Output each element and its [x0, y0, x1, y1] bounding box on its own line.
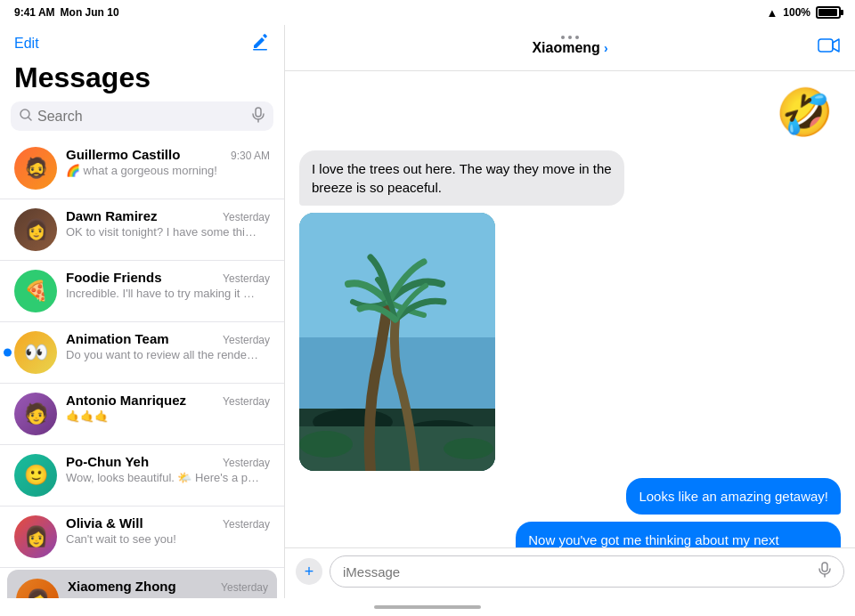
- conv-name-animation: Animation Team: [66, 331, 169, 346]
- home-bar: [374, 605, 481, 609]
- conv-content-animation: Animation Team Yesterday Do you want to …: [66, 331, 270, 361]
- conv-content-guillermo: Guillermo Castillo 9:30 AM 🌈 what a gorg…: [66, 147, 270, 177]
- conv-content-pochun: Po-Chun Yeh Yesterday Wow, looks beautif…: [66, 454, 270, 484]
- conv-preview-antonio: 🤙🤙🤙: [66, 409, 262, 423]
- search-bar[interactable]: [11, 101, 273, 131]
- image-message[interactable]: [299, 213, 495, 471]
- search-input[interactable]: [37, 109, 247, 125]
- status-time: 9:41 AM Mon Jun 10: [14, 6, 119, 19]
- conv-preview-guillermo: 🌈 what a gorgeous morning!: [66, 164, 262, 177]
- sidebar-title: Messages: [0, 58, 284, 101]
- conversation-item-foodie[interactable]: 🍕 Foodie Friends Yesterday Incredible. I…: [0, 261, 284, 322]
- svg-rect-0: [253, 49, 267, 51]
- mic-input-button[interactable]: [818, 562, 831, 581]
- conv-time-antonio: Yesterday: [223, 395, 270, 408]
- wifi-icon: ▲: [766, 6, 778, 20]
- contact-name-text: Xiaomeng: [532, 40, 599, 56]
- conversation-item-olivia[interactable]: 👩 Olivia & Will Yesterday Can't wait to …: [0, 507, 284, 568]
- avatar-guillermo: 🧔: [14, 147, 57, 190]
- svg-rect-3: [256, 108, 261, 117]
- compose-button[interactable]: [250, 32, 270, 54]
- conv-time-xiaomeng: Yesterday: [221, 581, 268, 594]
- search-icon: [20, 109, 32, 124]
- avatar-animation: 👀: [14, 331, 57, 374]
- message-row-image: [299, 213, 841, 471]
- sidebar-header: Edit: [0, 25, 284, 58]
- message-row-outgoing-1: Looks like an amazing getaway!: [299, 478, 841, 515]
- conv-preview-pochun: Wow, looks beautiful. 🌤️ Here's a photo …: [66, 471, 262, 484]
- chat-contact-name[interactable]: Xiaomeng ›: [532, 40, 607, 56]
- conv-preview-xiaomeng: Now you've got me thinking about my next…: [68, 596, 264, 598]
- conv-name-xiaomeng: Xiaomeng Zhong: [68, 579, 176, 594]
- conversation-item-animation[interactable]: 👀 Animation Team Yesterday Do you want t…: [0, 322, 284, 384]
- conversation-item-antonio[interactable]: 🧑 Antonio Manriquez Yesterday 🤙🤙🤙: [0, 384, 284, 445]
- conv-name-antonio: Antonio Manriquez: [66, 393, 186, 408]
- conv-time-dawn: Yesterday: [223, 211, 270, 223]
- svg-rect-14: [822, 563, 827, 571]
- chat-header: Xiaomeng ›: [285, 25, 855, 71]
- edit-button[interactable]: Edit: [14, 36, 39, 52]
- avatar-foodie: 🍕: [14, 270, 57, 312]
- conv-content-antonio: Antonio Manriquez Yesterday 🤙🤙🤙: [66, 393, 270, 423]
- conv-time-pochun: Yesterday: [223, 457, 270, 469]
- battery-icon: [816, 6, 841, 19]
- conv-preview-animation: Do you want to review all the renders to…: [66, 348, 262, 361]
- conv-content-dawn: Dawn Ramirez Yesterday OK to visit tonig…: [66, 208, 270, 239]
- message-input[interactable]: [343, 564, 818, 580]
- svg-rect-5: [818, 39, 833, 52]
- avatar-antonio: 🧑: [14, 393, 57, 435]
- message-input-wrap: [330, 555, 844, 588]
- conv-time-animation: Yesterday: [223, 334, 270, 346]
- conv-name-guillermo: Guillermo Castillo: [66, 147, 180, 162]
- conversation-item-guillermo[interactable]: 🧔 Guillermo Castillo 9:30 AM 🌈 what a go…: [0, 138, 284, 199]
- emoji-reaction: 🤣: [776, 85, 834, 140]
- conversation-item-dawn[interactable]: 👩 Dawn Ramirez Yesterday OK to visit ton…: [0, 199, 284, 261]
- status-bar: 9:41 AM Mon Jun 10 ▲ 100%: [0, 0, 855, 25]
- photo-placeholder: [299, 213, 495, 471]
- header-dots: [561, 36, 579, 39]
- conv-name-pochun: Po-Chun Yeh: [66, 454, 149, 469]
- avatar-pochun: 🙂: [14, 454, 57, 497]
- sidebar: Edit Messages: [0, 25, 285, 598]
- add-icon: +: [305, 563, 314, 581]
- battery-percent: 100%: [783, 6, 810, 19]
- mic-icon: [252, 107, 265, 126]
- chat-input-area: +: [285, 547, 855, 598]
- conv-name-dawn: Dawn Ramirez: [66, 208, 158, 223]
- palm-tree-svg: [299, 213, 495, 471]
- video-call-button[interactable]: [818, 37, 841, 58]
- home-indicator: [0, 598, 855, 616]
- message-row: I love the trees out here. The way they …: [299, 150, 841, 206]
- message-row-outgoing-2: Now you've got me thinking about my next…: [299, 522, 841, 547]
- chat-messages: 🤣 I love the trees out here. The way the…: [285, 71, 855, 547]
- conv-time-olivia: Yesterday: [223, 518, 270, 531]
- conv-preview-olivia: Can't wait to see you!: [66, 532, 262, 546]
- conversation-item-pochun[interactable]: 🙂 Po-Chun Yeh Yesterday Wow, looks beaut…: [0, 445, 284, 507]
- conv-content-xiaomeng: Xiaomeng Zhong Yesterday Now you've got …: [68, 579, 268, 598]
- conv-preview-dawn: OK to visit tonight? I have some things …: [66, 225, 262, 239]
- status-indicators: ▲ 100%: [766, 6, 841, 20]
- conv-preview-foodie: Incredible. I'll have to try making it m…: [66, 287, 262, 300]
- avatar-olivia: 👩: [14, 515, 57, 558]
- app-container: Edit Messages: [0, 25, 855, 598]
- conv-content-foodie: Foodie Friends Yesterday Incredible. I'l…: [66, 270, 270, 300]
- message-bubble-outgoing-2: Now you've got me thinking about my next…: [516, 522, 841, 547]
- svg-line-2: [28, 118, 31, 120]
- conversation-item-xiaomeng[interactable]: 👩 Xiaomeng Zhong Yesterday Now you've go…: [7, 570, 277, 598]
- message-bubble-outgoing-1: Looks like an amazing getaway!: [626, 478, 841, 515]
- time-display: 9:41 AM: [14, 6, 55, 19]
- svg-point-12: [299, 431, 353, 458]
- conv-content-olivia: Olivia & Will Yesterday Can't wait to se…: [66, 515, 270, 546]
- battery-fill: [818, 9, 837, 16]
- avatar-dawn: 👩: [14, 208, 57, 251]
- add-button[interactable]: +: [296, 558, 322, 585]
- message-bubble-incoming: I love the trees out here. The way they …: [299, 150, 624, 206]
- chevron-icon: ›: [604, 41, 608, 55]
- conversation-list: 🧔 Guillermo Castillo 9:30 AM 🌈 what a go…: [0, 138, 284, 598]
- conv-time-guillermo: 9:30 AM: [231, 150, 270, 162]
- conv-name-foodie: Foodie Friends: [66, 270, 162, 285]
- avatar-xiaomeng: 👩: [16, 579, 59, 598]
- date-display: Mon Jun 10: [61, 6, 119, 19]
- conv-time-foodie: Yesterday: [223, 272, 270, 285]
- conv-name-olivia: Olivia & Will: [66, 515, 143, 531]
